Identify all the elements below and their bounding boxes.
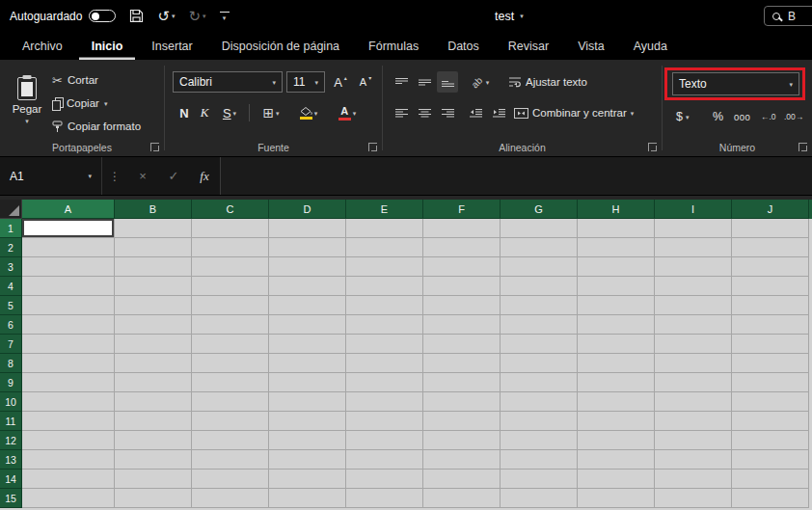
cell-C5[interactable] [192, 296, 269, 315]
percent-style-button[interactable]: % [713, 106, 723, 127]
cell-F10[interactable] [423, 392, 501, 412]
row-header-3[interactable]: 3 [0, 257, 22, 277]
cell-E3[interactable] [346, 257, 423, 277]
cell-A7[interactable] [22, 335, 115, 354]
cell-H9[interactable] [578, 373, 655, 392]
cell-I12[interactable] [655, 431, 732, 450]
autosave-toggle[interactable] [89, 10, 116, 22]
cell-G15[interactable] [501, 489, 578, 508]
cell-C12[interactable] [192, 431, 269, 450]
cell-E11[interactable] [346, 412, 423, 431]
cell-J1[interactable] [732, 219, 809, 238]
wrap-text-button[interactable]: Ajustar texto [508, 71, 587, 93]
cell-C14[interactable] [192, 470, 269, 489]
row-header-10[interactable]: 10 [0, 392, 22, 412]
font-size-combobox[interactable]: 11 ▾ [286, 71, 325, 93]
cell-B15[interactable] [115, 489, 192, 508]
decrease-font-size-button[interactable]: A ▾ [354, 71, 377, 93]
cell-F6[interactable] [423, 315, 501, 335]
cell-E1[interactable] [346, 219, 423, 238]
merge-center-button[interactable]: Combinar y centrar ▾ [514, 102, 634, 123]
cell-J10[interactable] [732, 392, 809, 412]
cell-E6[interactable] [346, 315, 423, 335]
column-header-D[interactable]: D [269, 200, 346, 219]
cell-I14[interactable] [655, 470, 732, 489]
cell-D4[interactable] [269, 277, 346, 296]
decrease-decimal-button[interactable]: .00→ [784, 106, 803, 127]
row-header-12[interactable]: 12 [0, 431, 22, 450]
cell-B2[interactable] [115, 238, 192, 257]
formula-input[interactable] [220, 157, 812, 195]
cell-C2[interactable] [192, 238, 269, 257]
cell-F3[interactable] [423, 257, 501, 277]
cut-button[interactable]: ✂ Cortar [52, 69, 98, 91]
cell-C11[interactable] [192, 412, 269, 431]
row-header-13[interactable]: 13 [0, 450, 22, 470]
dialog-launcher-numero[interactable] [798, 143, 807, 151]
cell-I2[interactable] [655, 238, 732, 257]
column-header-I[interactable]: I [655, 200, 732, 219]
cell-I11[interactable] [655, 412, 732, 431]
cell-J7[interactable] [732, 335, 809, 354]
cell-J14[interactable] [732, 470, 809, 489]
cell-I1[interactable] [655, 219, 732, 238]
cell-C6[interactable] [192, 315, 269, 335]
document-title[interactable]: test ▾ [495, 0, 524, 32]
cell-H7[interactable] [578, 335, 655, 354]
cell-J9[interactable] [732, 373, 809, 392]
cell-H8[interactable] [578, 354, 655, 373]
cell-B13[interactable] [115, 450, 192, 470]
cell-I6[interactable] [655, 315, 732, 335]
underline-button[interactable]: S ▾ [215, 102, 244, 123]
cell-C3[interactable] [192, 257, 269, 277]
cell-C9[interactable] [192, 373, 269, 392]
cell-E10[interactable] [346, 392, 423, 412]
cell-I5[interactable] [655, 296, 732, 315]
cell-G14[interactable] [501, 470, 578, 489]
cell-D12[interactable] [269, 431, 346, 450]
row-header-1[interactable]: 1 [0, 219, 22, 238]
save-button[interactable] [129, 9, 144, 23]
cell-J15[interactable] [732, 489, 809, 508]
cell-H14[interactable] [578, 470, 655, 489]
tab-revisar[interactable]: Revisar [496, 32, 561, 60]
cell-G3[interactable] [501, 257, 578, 277]
cell-A11[interactable] [22, 412, 115, 431]
cell-E5[interactable] [346, 296, 423, 315]
bold-button[interactable]: N [175, 102, 194, 123]
number-format-combobox[interactable]: Texto ▾ [672, 72, 799, 95]
cell-I4[interactable] [655, 277, 732, 296]
cell-B4[interactable] [115, 277, 192, 296]
cell-I9[interactable] [655, 373, 732, 392]
cell-D8[interactable] [269, 354, 346, 373]
cancel-button[interactable]: × [127, 157, 158, 195]
cell-B6[interactable] [115, 315, 192, 335]
cell-J2[interactable] [732, 238, 809, 257]
cell-A5[interactable] [22, 296, 115, 315]
cell-F9[interactable] [423, 373, 501, 392]
cell-E2[interactable] [346, 238, 423, 257]
align-top-button[interactable] [391, 71, 412, 93]
dialog-launcher-portapapeles[interactable] [150, 143, 159, 151]
row-header-4[interactable]: 4 [0, 277, 22, 296]
row-header-8[interactable]: 8 [0, 354, 22, 373]
cell-C7[interactable] [192, 335, 269, 354]
cell-H12[interactable] [578, 431, 655, 450]
cell-F5[interactable] [423, 296, 501, 315]
cell-B3[interactable] [115, 257, 192, 277]
cell-F4[interactable] [423, 277, 501, 296]
cell-C8[interactable] [192, 354, 269, 373]
cell-B9[interactable] [115, 373, 192, 392]
cell-B14[interactable] [115, 470, 192, 489]
cell-G10[interactable] [501, 392, 578, 412]
column-header-G[interactable]: G [501, 200, 578, 219]
cell-D14[interactable] [269, 470, 346, 489]
cell-F14[interactable] [423, 470, 501, 489]
italic-button[interactable]: K [196, 102, 213, 123]
align-center-button[interactable] [414, 102, 435, 123]
formula-bar-handle[interactable]: ⋮ [102, 157, 127, 195]
row-header-6[interactable]: 6 [0, 315, 22, 335]
row-header-2[interactable]: 2 [0, 238, 22, 257]
cell-A14[interactable] [22, 470, 115, 489]
column-header-C[interactable]: C [192, 200, 269, 219]
